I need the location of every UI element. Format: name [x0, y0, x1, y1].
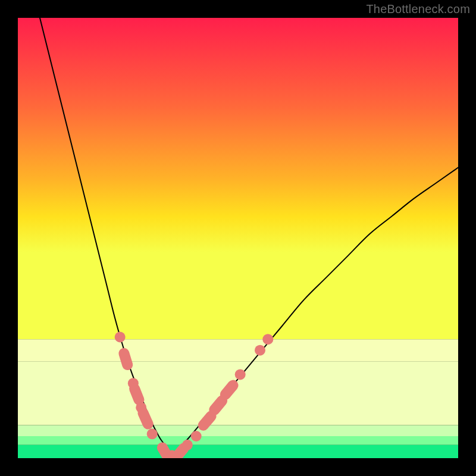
bg-gradient — [18, 18, 458, 339]
chart-svg — [18, 18, 458, 458]
chart-frame: TheBottleneck.com — [0, 0, 476, 476]
bg-band-4 — [18, 445, 458, 458]
marker-dot-16 — [255, 345, 265, 356]
marker-dot-10 — [182, 440, 193, 450]
marker-dot-6 — [147, 428, 158, 439]
marker-dot-0 — [115, 332, 126, 343]
marker-dot-17 — [262, 334, 273, 345]
bg-band-3 — [18, 436, 458, 445]
plot-area — [18, 18, 458, 458]
bg-band-2 — [18, 425, 458, 437]
watermark-text: TheBottleneck.com — [366, 2, 470, 16]
marker-dot-15 — [235, 369, 246, 380]
marker-dot-11 — [191, 431, 202, 441]
bg-band-0 — [18, 339, 458, 361]
